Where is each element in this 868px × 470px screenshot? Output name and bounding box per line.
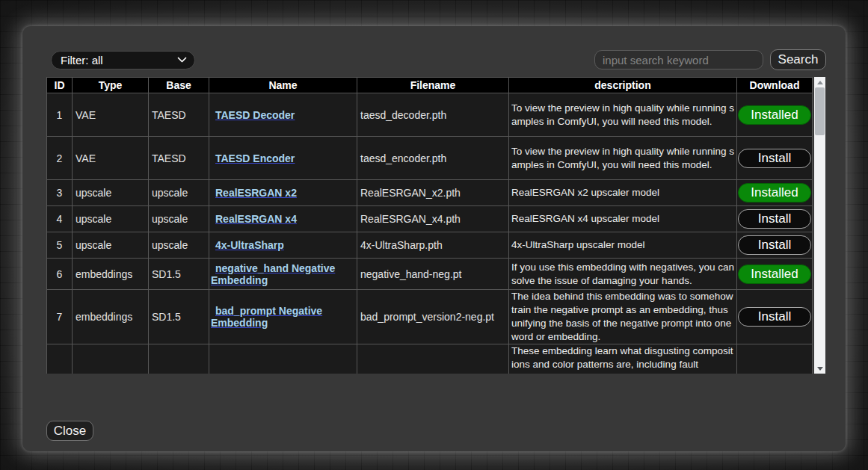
cell-description: The idea behind this embedding was to so… (509, 290, 737, 344)
install-button[interactable]: Installed (738, 105, 811, 125)
cell-base: upscale (149, 180, 209, 206)
cell-description: To view the preview in high quality whil… (509, 137, 737, 180)
cell-base: SD1.5 (149, 259, 209, 290)
search-input[interactable] (594, 50, 763, 69)
cell-id: 2 (47, 137, 73, 180)
install-button[interactable]: Installed (738, 183, 811, 202)
cell-download: Install (737, 290, 813, 344)
cell-download: Install (737, 137, 813, 180)
cell-description: To view the preview in high quality whil… (509, 93, 737, 137)
cell-filename (357, 344, 509, 374)
search-button[interactable]: Search (770, 49, 826, 70)
cell-download: Install (737, 206, 813, 232)
cell-id: 1 (47, 93, 73, 137)
cell-type: embeddings (73, 259, 149, 290)
cell-base: TAESD (149, 137, 209, 180)
cell-name: TAESD Decoder (209, 93, 357, 137)
table-row: These embedding learn what disgusting co… (47, 344, 813, 374)
scroll-down-arrow-icon[interactable] (814, 363, 825, 374)
cell-name: bad_prompt Negative Embedding (209, 290, 357, 344)
cell-download: Installed (737, 93, 813, 137)
scroll-up-arrow-icon[interactable] (814, 77, 825, 87)
cell-type: embeddings (73, 290, 149, 344)
cell-download: Installed (737, 259, 813, 290)
model-name-link[interactable]: bad_prompt Negative Embedding (211, 305, 322, 329)
header-filename: Filename (357, 78, 509, 93)
header-download: Download (737, 78, 813, 93)
cell-id: 5 (47, 232, 73, 259)
cell-type: upscale (73, 206, 149, 232)
cell-name: RealESRGAN x2 (209, 180, 357, 206)
cell-base: upscale (149, 232, 209, 259)
cell-id (47, 344, 73, 374)
cell-base: SD1.5 (149, 290, 209, 344)
models-table-container: ID Type Base Name Filename description D… (46, 77, 813, 374)
cell-id: 3 (47, 180, 73, 206)
model-name-link[interactable]: TAESD Decoder (215, 109, 295, 121)
cell-type (73, 344, 149, 374)
cell-description: These embedding learn what disgusting co… (509, 344, 737, 374)
cell-name: 4x-UltraSharp (209, 232, 357, 259)
table-row: 6 embeddings SD1.5 negative_hand Negativ… (47, 259, 813, 290)
cell-filename: negative_hand-neg.pt (357, 259, 509, 290)
install-models-dialog: Filter: all Search ID Type Base Name Fil… (22, 26, 846, 451)
cell-type: VAE (73, 93, 149, 137)
header-description: description (509, 78, 737, 93)
close-button[interactable]: Close (46, 421, 93, 441)
cell-download (737, 344, 813, 374)
model-name-link[interactable]: 4x-UltraSharp (215, 239, 284, 251)
cell-download: Installed (737, 180, 813, 206)
cell-filename: 4x-UltraSharp.pth (357, 232, 509, 259)
cell-base: upscale (149, 206, 209, 232)
install-button[interactable]: Install (738, 209, 811, 229)
cell-description: 4x-UltraSharp upscaler model (509, 232, 737, 259)
models-table: ID Type Base Name Filename description D… (46, 77, 813, 374)
chevron-down-icon (177, 57, 187, 64)
cell-base (149, 344, 209, 374)
model-name-link[interactable]: TAESD Encoder (215, 152, 295, 164)
scrollbar-thumb[interactable] (815, 87, 825, 135)
install-button[interactable]: Install (738, 235, 811, 255)
cell-description: If you use this embedding with negatives… (509, 259, 737, 290)
model-name-link[interactable]: RealESRGAN x4 (215, 213, 297, 225)
cell-description: RealESRGAN x2 upscaler model (509, 180, 737, 206)
cell-name: TAESD Encoder (209, 137, 357, 180)
install-button[interactable]: Install (738, 149, 811, 168)
model-name-link[interactable]: RealESRGAN x2 (215, 187, 297, 199)
cell-filename: bad_prompt_version2-neg.pt (357, 290, 509, 344)
table-row: 1 VAE TAESD TAESD Decoder taesd_decoder.… (47, 93, 813, 137)
filter-select[interactable]: Filter: all (51, 51, 195, 69)
cell-filename: taesd_decoder.pth (357, 93, 509, 137)
cell-type: upscale (73, 180, 149, 206)
cell-filename: taesd_encoder.pth (357, 137, 509, 180)
cell-description: RealESRGAN x4 upscaler model (509, 206, 737, 232)
table-header-row: ID Type Base Name Filename description D… (47, 78, 813, 93)
header-base: Base (149, 78, 209, 93)
cell-name: negative_hand Negative Embedding (209, 259, 357, 290)
table-row: 4 upscale upscale RealESRGAN x4 RealESRG… (47, 206, 813, 232)
table-row: 2 VAE TAESD TAESD Encoder taesd_encoder.… (47, 137, 813, 180)
model-name-link[interactable]: negative_hand Negative Embedding (211, 262, 335, 286)
cell-id: 7 (47, 290, 73, 344)
filter-select-value: Filter: all (61, 54, 177, 67)
install-button[interactable]: Install (738, 307, 811, 327)
cell-name (209, 344, 357, 374)
cell-base: TAESD (149, 93, 209, 137)
cell-filename: RealESRGAN_x2.pth (357, 180, 509, 206)
table-row: 3 upscale upscale RealESRGAN x2 RealESRG… (47, 180, 813, 206)
cell-name: RealESRGAN x4 (209, 206, 357, 232)
header-id: ID (47, 78, 73, 93)
install-button[interactable]: Installed (738, 265, 811, 284)
cell-id: 6 (47, 259, 73, 290)
cell-id: 4 (47, 206, 73, 232)
cell-filename: RealESRGAN_x4.pth (357, 206, 509, 232)
table-scrollbar[interactable] (814, 77, 825, 374)
table-row: 7 embeddings SD1.5 bad_prompt Negative E… (47, 290, 813, 344)
cell-download: Install (737, 232, 813, 259)
table-row: 5 upscale upscale 4x-UltraSharp 4x-Ultra… (47, 232, 813, 259)
header-name: Name (209, 78, 357, 93)
cell-type: VAE (73, 137, 149, 180)
cell-type: upscale (73, 232, 149, 259)
header-type: Type (73, 78, 149, 93)
